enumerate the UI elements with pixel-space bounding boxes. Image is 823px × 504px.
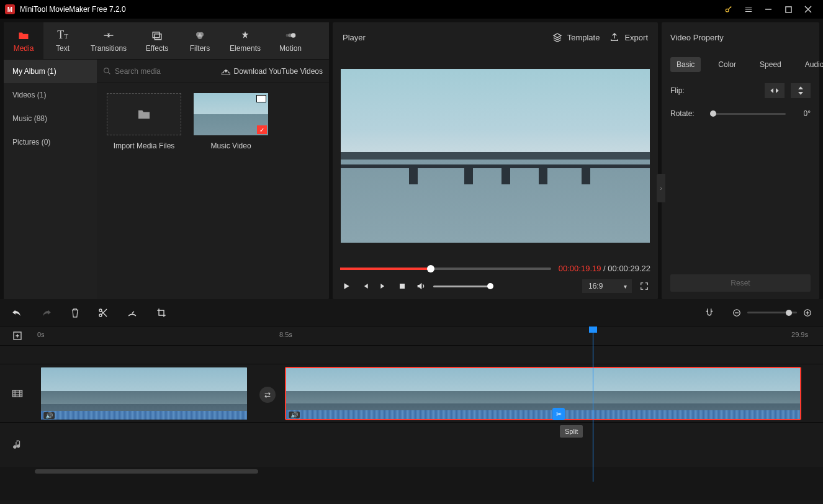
play-button[interactable] (340, 280, 353, 292)
filters-icon (194, 29, 205, 42)
tab-filters[interactable]: Filters (179, 22, 221, 59)
album-item-music[interactable]: Music (88) (4, 107, 97, 130)
main-tabs: Media TT Text Transitions Effects Filter… (4, 22, 329, 60)
tab-media[interactable]: Media (4, 22, 43, 59)
maximize-button[interactable] (778, 0, 798, 19)
flip-label: Flip: (670, 86, 704, 95)
speaker-icon: 🔊 (43, 412, 55, 419)
tab-basic[interactable]: Basic (670, 57, 701, 72)
tab-transitions[interactable]: Transitions (82, 22, 135, 59)
svg-point-8 (288, 34, 292, 37)
text-icon: TT (57, 29, 68, 42)
time-ruler[interactable]: 0s 8.5s 29.9s (35, 326, 823, 345)
video-track: 🔊 ⇄ 🔊 ✂ Split (0, 364, 823, 422)
svg-point-9 (286, 34, 289, 37)
menu-icon[interactable] (739, 0, 758, 19)
playhead[interactable] (593, 326, 593, 482)
reset-button[interactable]: Reset (670, 274, 811, 292)
svg-point-0 (726, 9, 729, 12)
svg-rect-3 (155, 34, 161, 39)
rotate-label: Rotate: (670, 109, 704, 118)
speaker-icon: 🔊 (289, 412, 300, 418)
collapse-property-button[interactable]: › (657, 174, 665, 202)
split-indicator-icon[interactable]: ✂ (552, 408, 565, 420)
split-button[interactable] (98, 308, 108, 318)
delete-button[interactable] (71, 308, 79, 318)
album-item-videos[interactable]: Videos (1) (4, 83, 97, 107)
tab-color[interactable]: Color (712, 57, 742, 72)
app-title: MiniTool MovieMaker Free 7.2.0 (20, 5, 126, 14)
rotate-slider[interactable] (710, 113, 786, 115)
prev-frame-button[interactable] (359, 280, 371, 292)
tab-audio[interactable]: Audio (799, 57, 823, 72)
minimize-button[interactable] (758, 0, 778, 19)
export-icon (609, 32, 619, 42)
search-icon (103, 67, 111, 75)
album-item-myalbum[interactable]: My Album (1) (4, 60, 97, 83)
media-panel: Media TT Text Transitions Effects Filter… (4, 22, 329, 299)
volume-slider[interactable] (433, 286, 490, 287)
timeline-clip-1[interactable]: 🔊 (41, 367, 247, 420)
add-track-button[interactable] (0, 331, 35, 341)
folder-icon (18, 29, 29, 42)
timeline-scrollbar[interactable] (0, 467, 823, 475)
undo-button[interactable] (11, 308, 22, 318)
svg-rect-2 (153, 32, 160, 37)
video-preview[interactable] (341, 69, 650, 243)
import-media-card[interactable]: Import Media Files (107, 93, 181, 150)
aspect-ratio-select[interactable]: 16:9 (582, 279, 632, 293)
redo-button[interactable] (41, 308, 52, 318)
tab-text[interactable]: TT Text (43, 22, 82, 59)
stack-icon (552, 32, 562, 42)
seek-slider[interactable] (340, 268, 551, 270)
property-tabs: Basic Color Speed Audio (670, 57, 811, 72)
timecode: 00:00:19.19 / 00:00:29.22 (559, 264, 650, 273)
transition-swap-button[interactable]: ⇄ (259, 387, 276, 403)
close-button[interactable] (798, 0, 818, 19)
stop-button[interactable] (396, 280, 408, 292)
fullscreen-button[interactable] (638, 280, 650, 292)
timeline-clip-2[interactable]: 🔊 (286, 367, 801, 420)
export-button[interactable]: Export (609, 32, 648, 42)
checkmark-icon: ✓ (257, 125, 267, 134)
audio-track (0, 422, 823, 467)
svg-point-6 (197, 34, 202, 39)
property-panel: Video Property Basic Color Speed Audio F… (662, 22, 819, 299)
zoom-out-button[interactable] (732, 308, 741, 317)
tab-motion[interactable]: Motion (269, 22, 312, 59)
tab-effects[interactable]: Effects (135, 22, 179, 59)
key-icon[interactable] (719, 0, 739, 19)
album-item-pictures[interactable]: Pictures (0) (4, 130, 97, 154)
download-youtube-button[interactable]: Download YouTube Videos (222, 67, 323, 76)
effects-icon (151, 29, 163, 42)
search-input[interactable] (115, 67, 189, 76)
app-logo-icon: M (5, 4, 15, 14)
svg-rect-11 (400, 284, 405, 289)
elements-icon (240, 29, 250, 42)
folder-plus-icon (107, 93, 181, 135)
media-clip-card[interactable]: ✓ Music Video (194, 93, 268, 150)
volume-icon[interactable] (415, 280, 427, 292)
download-icon (222, 68, 230, 75)
timeline-panel: 0s 8.5s 29.9s 🔊 ⇄ 🔊 ✂ Split (0, 299, 823, 500)
player-panel: Player Template Export (333, 22, 658, 299)
next-frame-button[interactable] (377, 280, 390, 292)
speed-button[interactable] (127, 308, 138, 318)
svg-rect-17 (13, 390, 22, 397)
snap-icon[interactable] (705, 308, 714, 318)
zoom-slider[interactable] (747, 312, 797, 313)
rotate-value: 0° (792, 109, 811, 118)
audio-track-body[interactable] (35, 423, 823, 467)
video-track-icon (0, 364, 35, 422)
template-button[interactable]: Template (552, 32, 600, 42)
zoom-in-button[interactable] (803, 308, 812, 317)
flip-horizontal-button[interactable] (765, 83, 785, 98)
titlebar: M MiniTool MovieMaker Free 7.2.0 (0, 0, 823, 19)
transitions-icon (103, 29, 114, 42)
crop-button[interactable] (156, 308, 166, 318)
tab-speed[interactable]: Speed (753, 57, 788, 72)
flip-vertical-button[interactable] (791, 83, 811, 98)
clip-thumbnail: ✓ (194, 93, 268, 135)
add-track-row (0, 345, 823, 364)
tab-elements[interactable]: Elements (221, 22, 269, 59)
